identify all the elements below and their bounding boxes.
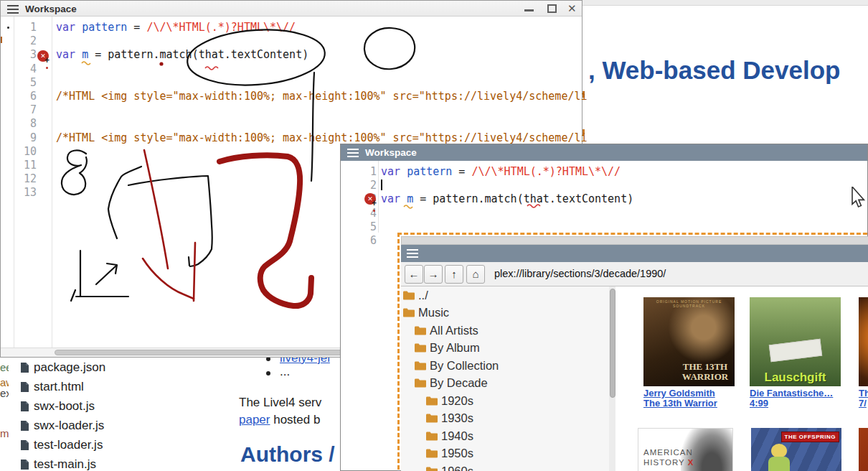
- album-cover-lauschgift[interactable]: Lauschgift: [750, 297, 841, 386]
- code-line[interactable]: [56, 117, 588, 131]
- gutter-separator: [378, 161, 379, 233]
- window-titlebar[interactable]: Workspace: [341, 144, 867, 161]
- cover-sign: [769, 339, 822, 363]
- gutter-dot: [7, 27, 9, 29]
- window-titlebar[interactable]: Workspace ✕: [1, 1, 582, 17]
- album-link[interactable]: 4:99: [750, 398, 768, 409]
- line-number: 1: [357, 165, 377, 179]
- browser-toolbar: ← → ↑ ⌂ plex://library/sections/3/decade…: [401, 262, 868, 286]
- home-button[interactable]: ⌂: [466, 265, 485, 284]
- line-number: 3: [16, 48, 37, 62]
- code-line[interactable]: [56, 34, 588, 48]
- hamburger-icon[interactable]: [7, 5, 19, 14]
- album-cover-13th-warrior[interactable]: ORIGINAL MOTION PICTURE SOUNDTRACK THE 1…: [643, 297, 735, 386]
- file-label: test-loader.js: [34, 438, 103, 452]
- hamburger-icon[interactable]: [347, 149, 359, 157]
- code-line[interactable]: var m = pattern.match(that.textContent): [381, 192, 633, 206]
- folder-label: 1930s: [441, 411, 473, 425]
- album-link[interactable]: The 13th Warrior: [643, 398, 717, 409]
- scrollbar-thumb[interactable]: [610, 289, 615, 398]
- browser-menubar[interactable]: [401, 245, 868, 262]
- page-top-strip: [582, 0, 868, 6]
- folder-item-1960s[interactable]: 1960s: [401, 462, 609, 471]
- file-item-package-json[interactable]: package.json: [20, 358, 235, 377]
- folder-label: 1920s: [441, 394, 473, 408]
- code-line[interactable]: [381, 207, 633, 220]
- back-button[interactable]: ←: [405, 265, 423, 284]
- album-link[interactable]: 7/: [859, 398, 867, 409]
- folder-label: All Artists: [430, 324, 478, 337]
- folder-item-allartists[interactable]: All Artists: [401, 322, 609, 340]
- album-cover-clipped[interactable]: [859, 428, 868, 471]
- folder-icon: [402, 307, 415, 318]
- code-line[interactable]: var pattern = /\/\*HTML(.*)?HTML\*\//: [56, 21, 588, 34]
- line-number: 10: [16, 145, 37, 159]
- code-line[interactable]: /*HTML <img style="max-width:100%; max-h…: [56, 90, 588, 103]
- file-icon: [20, 420, 29, 432]
- code-line[interactable]: [381, 179, 633, 192]
- gutter-separator: [52, 17, 52, 348]
- close-icon[interactable]: ✕: [567, 2, 577, 15]
- code-line[interactable]: [56, 62, 588, 76]
- code-line[interactable]: /*HTML <img style="max-width:100%; max-h…: [56, 131, 588, 145]
- folder-label: By Decade: [430, 376, 488, 390]
- error-icon[interactable]: ✕+: [37, 50, 49, 62]
- error-icon[interactable]: ✕+: [364, 193, 377, 205]
- forward-button[interactable]: →: [424, 265, 443, 284]
- paper-link[interactable]: paper: [239, 413, 270, 426]
- window-title: Workspace: [25, 4, 77, 14]
- folder-item-1950s[interactable]: 1950s: [401, 445, 609, 463]
- bullet-dot: [266, 371, 270, 376]
- annotation-gutter: [1, 17, 14, 348]
- folder-icon: [425, 431, 438, 442]
- url-input[interactable]: plex://library/sections/3/decade/1990/: [494, 268, 666, 279]
- album-cover-american-history-x[interactable]: AMERICAN HISTORY X: [638, 428, 733, 471]
- file-list: package.jsonstart.htmlswx-boot.jsswx-loa…: [20, 358, 235, 471]
- file-icon: [20, 381, 29, 393]
- line-number: 5: [357, 220, 377, 234]
- bullet-ellipsis: ...: [280, 365, 290, 379]
- folder-item-byalbum[interactable]: By Album: [401, 340, 609, 358]
- paragraph-line: paper hosted b: [239, 413, 320, 427]
- folder-item-1940s[interactable]: 1940s: [401, 427, 609, 445]
- file-item-test-loader-js[interactable]: test-loader.js: [20, 435, 235, 454]
- folder-icon: [425, 396, 438, 406]
- code-line[interactable]: [56, 76, 588, 90]
- minimize-icon[interactable]: [524, 9, 534, 11]
- file-item-swx-loader-js[interactable]: swx-loader.js: [20, 416, 235, 435]
- album-cover-offspring[interactable]: THE OFFSPRING: [751, 428, 841, 471]
- file-item-start-html[interactable]: start.html: [20, 377, 235, 396]
- line-number: 2: [357, 179, 377, 192]
- folder-item-music[interactable]: Music: [401, 304, 609, 322]
- folder-label: 1940s: [441, 429, 473, 443]
- folder-icon: [425, 466, 438, 471]
- code-line[interactable]: var m = pattern.match(that.textContent): [56, 48, 588, 62]
- folder-item-bydecade[interactable]: By Decade: [401, 375, 609, 393]
- clipped-text-fragment: ee: [0, 361, 9, 373]
- folder-item-[interactable]: ../: [401, 286, 609, 304]
- file-item-test-main-js[interactable]: test-main.js: [20, 454, 235, 471]
- folder-label: By Album: [430, 341, 480, 355]
- file-item-swx-boot-js[interactable]: swx-boot.js: [20, 396, 235, 416]
- workspace-window-2: Workspace 123456 var pattern = /\/\*HTML…: [340, 144, 868, 471]
- line-number: 8: [16, 117, 37, 131]
- up-button[interactable]: ↑: [445, 265, 463, 284]
- hamburger-icon[interactable]: [407, 249, 418, 258]
- folder-item-bycollection[interactable]: By Collection: [401, 357, 609, 375]
- folder-label: 1950s: [441, 447, 473, 460]
- code-line[interactable]: var pattern = /\/\*HTML(.*)?HTML\*\//: [381, 165, 633, 179]
- vertical-scrollbar[interactable]: [609, 286, 615, 471]
- album-cover-clipped[interactable]: [859, 297, 868, 386]
- page-heading: , Web-based Develop: [588, 56, 840, 85]
- file-icon: [20, 439, 29, 451]
- cover-figure: [771, 444, 787, 458]
- maximize-icon[interactable]: [547, 4, 557, 13]
- folder-item-1920s[interactable]: 1920s: [401, 392, 609, 410]
- file-label: test-main.js: [34, 457, 96, 471]
- line-number: 7: [16, 103, 37, 117]
- folder-icon: [402, 290, 415, 301]
- folder-label: By Collection: [430, 359, 499, 373]
- code-line[interactable]: [56, 103, 588, 117]
- folder-icon: [414, 325, 427, 336]
- folder-item-1930s[interactable]: 1930s: [401, 410, 609, 428]
